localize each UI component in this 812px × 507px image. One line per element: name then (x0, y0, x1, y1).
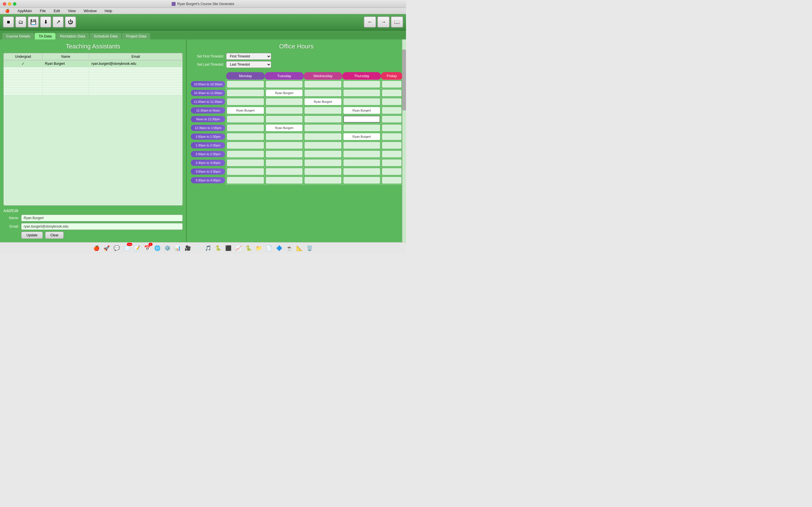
slot-cell[interactable] (304, 124, 342, 132)
slot-cell[interactable] (304, 80, 342, 89)
menu-window[interactable]: Window (82, 8, 98, 13)
dock-word[interactable]: 📄 (264, 244, 273, 252)
slot-cell[interactable] (342, 98, 381, 106)
slot-cell[interactable] (304, 115, 342, 124)
slot-cell[interactable] (381, 150, 402, 159)
first-timeslot-select[interactable]: First Timeslot (226, 53, 271, 60)
forward-button[interactable]: → (377, 16, 390, 27)
slot-cell[interactable]: Ryan Burgert (226, 106, 265, 115)
dock-java[interactable]: ☕ (285, 244, 294, 252)
clear-button[interactable]: Clear (45, 231, 64, 239)
slot-cell[interactable] (304, 176, 342, 185)
slot-cell[interactable] (381, 167, 402, 176)
dock-filezilla[interactable]: 📁 (254, 244, 263, 252)
dock-trash[interactable]: 🗑️ (305, 244, 314, 252)
export-button[interactable]: ↗ (52, 16, 64, 27)
slot-cell[interactable]: Ryan Burgert (342, 106, 381, 115)
slot-cell[interactable] (226, 98, 265, 106)
slot-cell[interactable] (342, 89, 381, 98)
dock-webex[interactable]: 🎥 (183, 244, 192, 252)
close-button[interactable] (3, 2, 6, 6)
slot-cell[interactable] (226, 159, 265, 167)
slot-cell[interactable] (265, 106, 303, 115)
dock-calendar[interactable]: 📅 4 (143, 244, 152, 252)
slot-cell[interactable] (342, 124, 381, 132)
slot-cell[interactable] (342, 167, 381, 176)
slot-cell[interactable] (381, 132, 402, 141)
back-button[interactable]: ← (364, 16, 376, 27)
update-button[interactable]: Update (21, 231, 43, 239)
dock-activity[interactable]: 📈 (234, 244, 243, 252)
menu-appmain[interactable]: AppMain (16, 8, 34, 13)
slot-cell[interactable] (226, 80, 265, 89)
dock-settings[interactable]: ⚙️ (163, 244, 172, 252)
slot-cell[interactable] (265, 159, 303, 167)
dock-finder[interactable]: 🍎 (92, 244, 101, 252)
book-button[interactable]: 📖 (391, 16, 403, 27)
slot-cell[interactable] (226, 141, 265, 150)
slot-cell[interactable] (265, 98, 303, 106)
table-row[interactable] (4, 75, 183, 77)
email-input[interactable] (21, 223, 183, 230)
slot-cell[interactable] (265, 80, 303, 89)
table-row[interactable] (4, 82, 183, 85)
slot-cell[interactable] (342, 80, 381, 89)
menu-help[interactable]: Help (103, 8, 114, 13)
dock-notes[interactable]: 📝 (133, 244, 142, 252)
minimize-button[interactable] (8, 2, 11, 6)
slot-cell[interactable] (381, 89, 402, 98)
name-input[interactable] (21, 215, 183, 221)
table-row[interactable] (4, 67, 183, 70)
dock-pycharm[interactable]: 🐍 (214, 244, 223, 252)
dock-terminal[interactable]: ⬛ (224, 244, 233, 252)
slot-cell[interactable]: Ryan Burgert (265, 124, 303, 132)
slot-cell[interactable] (304, 159, 342, 167)
dock-python[interactable]: 🐍 (244, 244, 253, 252)
slot-cell[interactable] (342, 176, 381, 185)
table-row[interactable]: ✓ Ryan Burgert ryan.burgert@stonybrook.e… (4, 60, 183, 67)
dock-intellij[interactable]: 🔷 (274, 244, 284, 252)
table-row[interactable] (4, 80, 183, 82)
slot-cell[interactable] (381, 141, 402, 150)
slot-cell[interactable] (265, 141, 303, 150)
table-row[interactable] (4, 77, 183, 80)
tab-ta-data[interactable]: TA Data (35, 33, 56, 40)
slot-cell[interactable] (381, 124, 402, 132)
dock-mail[interactable]: ✉️ 11k (122, 244, 132, 252)
table-row[interactable] (4, 90, 183, 93)
slot-cell[interactable]: Ryan Burgert (304, 98, 342, 106)
menu-view[interactable]: View (66, 8, 78, 13)
vertical-scrollbar[interactable] (402, 40, 406, 242)
slot-cell[interactable] (381, 159, 402, 167)
power-button[interactable]: ⏻ (65, 16, 76, 27)
slot-cell[interactable] (304, 89, 342, 98)
slot-cell[interactable] (381, 115, 402, 124)
maximize-button[interactable] (13, 2, 16, 6)
dock-slides[interactable]: 📊 (173, 244, 182, 252)
menu-edit[interactable]: Edit (52, 8, 61, 13)
dock-toothfairy[interactable]: 🦷 (193, 244, 202, 252)
menu-file[interactable]: File (38, 8, 47, 13)
dock-matlab[interactable]: 📐 (295, 244, 304, 252)
slot-cell[interactable] (265, 132, 303, 141)
save-button[interactable]: 💾 (28, 16, 39, 27)
slot-cell[interactable] (342, 115, 381, 124)
scrollbar-thumb[interactable] (402, 50, 406, 110)
slot-cell[interactable]: Ryan Burgert (265, 89, 303, 98)
slot-cell[interactable] (226, 167, 265, 176)
slot-cell[interactable] (381, 106, 402, 115)
slot-cell[interactable] (381, 98, 402, 106)
slot-cell[interactable]: Ryan Burgert (342, 132, 381, 141)
slot-cell[interactable] (226, 132, 265, 141)
dock-messages[interactable]: 💬 (112, 244, 121, 252)
table-row[interactable] (4, 85, 183, 88)
slot-cell[interactable] (342, 159, 381, 167)
table-row[interactable] (4, 72, 183, 75)
slot-cell[interactable] (304, 150, 342, 159)
tab-recitation-data[interactable]: Recitation Data (56, 33, 89, 40)
slot-cell[interactable] (381, 176, 402, 185)
tab-schedule-data[interactable]: Schedule Data (90, 33, 121, 40)
slot-cell[interactable] (226, 89, 265, 98)
new-button[interactable]: ■ (3, 16, 14, 27)
download-button[interactable]: ⬇ (40, 16, 51, 27)
